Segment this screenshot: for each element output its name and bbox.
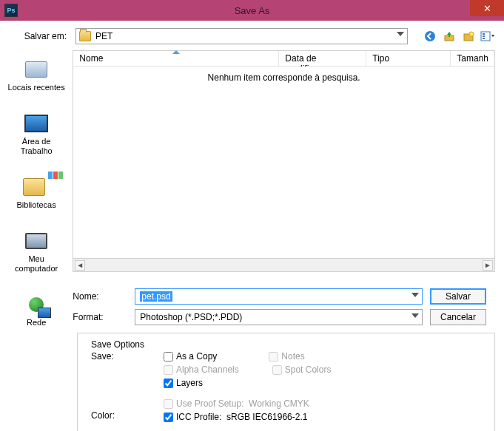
chevron-down-icon: [411, 313, 419, 318]
svg-rect-4: [481, 32, 490, 41]
window-title: Save As: [0, 5, 504, 16]
col-name[interactable]: Nome: [73, 51, 279, 66]
save-in-label: Salvar em:: [9, 31, 67, 41]
folder-icon: [79, 31, 91, 41]
chevron-down-icon: [411, 293, 419, 297]
sidebar-item-label: Bibliotecas: [17, 200, 56, 210]
sidebar-item-label: Rede: [27, 318, 46, 328]
nav-icons: [423, 29, 495, 44]
col-size[interactable]: Tamanh: [451, 51, 494, 66]
empty-message: Nenhum item corresponde à pesquisa.: [73, 67, 494, 83]
notes-checkbox: Notes: [269, 351, 304, 362]
h-scrollbar[interactable]: ◄ ►: [73, 259, 495, 272]
scroll-right-icon[interactable]: ►: [483, 260, 493, 271]
svg-rect-5: [483, 33, 485, 35]
color-sublabel: Color:: [91, 410, 164, 421]
views-icon[interactable]: [480, 29, 495, 44]
sidebar-item-computer[interactable]: Meu computador: [3, 226, 70, 276]
save-options-panel: Save Options Save: Color: As a Copy Note…: [77, 333, 495, 431]
layers-label: Layers: [176, 378, 203, 388]
col-type[interactable]: Tipo: [366, 51, 451, 66]
save-sublabel: Save:: [91, 351, 164, 362]
alpha-label: Alpha Channels: [176, 364, 239, 375]
filename-row: Nome: pet.psd Salvar: [73, 288, 486, 305]
new-folder-icon[interactable]: [461, 29, 476, 44]
app-icon: Ps: [4, 4, 18, 17]
filename-label: Nome:: [73, 291, 127, 302]
file-list[interactable]: Nenhum item corresponde à pesquisa.: [73, 67, 495, 259]
computer-icon: [23, 229, 50, 253]
svg-point-3: [469, 32, 474, 36]
sidebar-item-label: Locais recentes: [8, 83, 65, 92]
svg-rect-7: [483, 38, 485, 39]
format-dropdown[interactable]: Photoshop (*.PSD;*.PDD): [135, 309, 423, 325]
as-copy-checkbox[interactable]: As a Copy: [164, 351, 217, 362]
alpha-checkbox: Alpha Channels: [164, 364, 239, 375]
folder-name: PET: [95, 31, 112, 41]
desktop-icon: [23, 112, 50, 135]
sidebar-item-desktop[interactable]: Área de Trabalho: [3, 109, 70, 159]
icc-checkbox[interactable]: ICC Profile: sRGB IEC61966-2.1: [164, 412, 307, 422]
chevron-down-icon: [397, 32, 404, 36]
sidebar-item-label: Meu computador: [15, 254, 58, 274]
libraries-icon: [23, 175, 50, 199]
save-options-title: Save Options: [91, 339, 164, 350]
save-button[interactable]: Salvar: [430, 288, 486, 305]
main-area: Locais recentes Área de Trabalho Bibliot…: [0, 50, 504, 330]
proof-checkbox: Use Proof Setup: Working CMYK: [164, 398, 309, 409]
format-label: Format:: [73, 312, 127, 322]
folder-dropdown[interactable]: PET: [75, 28, 408, 44]
svg-point-0: [425, 31, 435, 41]
list-header: Nome Data de modificaç... Tipo Tamanh: [73, 50, 495, 67]
folder-row: Salvar em: PET: [0, 21, 504, 50]
filename-input[interactable]: pet.psd: [135, 288, 423, 305]
back-icon[interactable]: [423, 29, 437, 44]
sidebar-item-network[interactable]: Rede: [3, 290, 70, 330]
proof-label: Use Proof Setup: Working CMYK: [176, 398, 309, 409]
svg-rect-6: [483, 35, 485, 37]
network-icon: [23, 293, 50, 316]
sidebar-item-recent[interactable]: Locais recentes: [3, 55, 70, 95]
sidebar-item-libraries[interactable]: Bibliotecas: [3, 172, 70, 213]
file-area: Nome Data de modificaç... Tipo Tamanh Ne…: [73, 50, 504, 330]
titlebar: Ps Save As ✕: [0, 0, 504, 21]
as-copy-label: As a Copy: [176, 351, 217, 362]
save-as-dialog: Salvar em: PET Locais recentes: [0, 21, 504, 431]
layers-checkbox[interactable]: Layers: [164, 378, 203, 388]
up-icon[interactable]: [442, 29, 457, 44]
spot-checkbox: Spot Colors: [272, 364, 332, 375]
close-button[interactable]: ✕: [470, 0, 504, 16]
format-value: Photoshop (*.PSD;*.PDD): [140, 312, 242, 322]
places-sidebar: Locais recentes Área de Trabalho Bibliot…: [0, 50, 73, 330]
format-row: Format: Photoshop (*.PSD;*.PDD) Cancelar: [73, 309, 486, 325]
filename-value: pet.psd: [140, 291, 172, 302]
icc-label: ICC Profile: sRGB IEC61966-2.1: [176, 412, 307, 422]
cancel-button[interactable]: Cancelar: [430, 309, 486, 325]
recent-places-icon: [23, 58, 50, 81]
notes-label: Notes: [281, 351, 304, 362]
spot-label: Spot Colors: [285, 364, 332, 375]
col-modified[interactable]: Data de modificaç...: [279, 51, 366, 66]
scroll-left-icon[interactable]: ◄: [75, 260, 85, 271]
sidebar-item-label: Área de Trabalho: [21, 137, 53, 156]
